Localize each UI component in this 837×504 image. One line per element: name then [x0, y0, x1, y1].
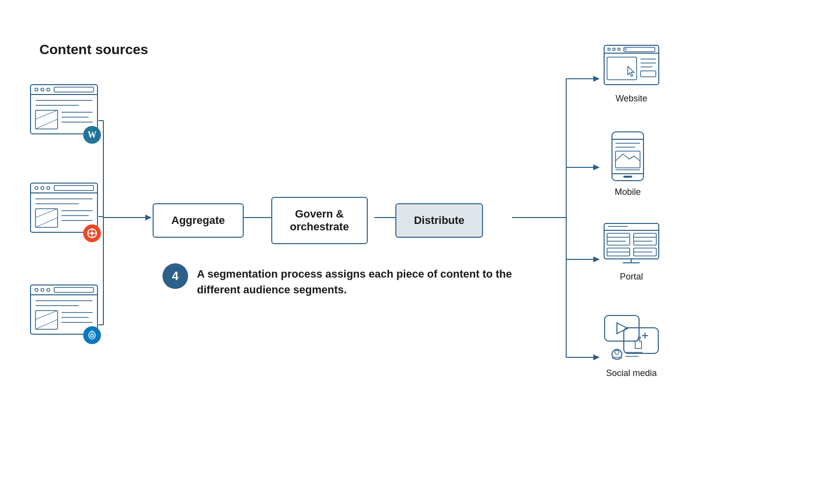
svg-point-112 — [615, 350, 619, 354]
svg-rect-59 — [54, 287, 94, 292]
svg-point-57 — [41, 288, 44, 291]
mobile-icon — [611, 130, 645, 182]
website-icon — [603, 44, 660, 89]
svg-marker-17 — [593, 256, 600, 262]
svg-rect-25 — [54, 87, 94, 92]
page-title: Content sources — [39, 42, 148, 58]
source-wordpress: W — [30, 84, 98, 140]
govern-box: Govern &orchestrate — [271, 197, 368, 244]
svg-rect-42 — [35, 209, 58, 227]
svg-point-72 — [608, 48, 611, 51]
annotation: 4 A segmentation process assigns each pi… — [162, 263, 512, 298]
dist-website: Website — [603, 44, 660, 104]
svg-point-36 — [35, 187, 38, 189]
svg-rect-88 — [615, 151, 640, 168]
svg-point-38 — [47, 187, 50, 189]
source-magento — [30, 182, 98, 238]
annotation-badge: 4 — [162, 263, 188, 289]
svg-point-56 — [35, 288, 38, 291]
svg-line-44 — [35, 218, 58, 227]
svg-point-73 — [613, 48, 615, 51]
svg-point-24 — [47, 88, 50, 91]
svg-point-58 — [47, 288, 50, 291]
svg-marker-19 — [593, 354, 600, 360]
svg-point-37 — [41, 187, 44, 189]
svg-marker-13 — [593, 76, 600, 82]
svg-line-30 — [35, 119, 58, 129]
distribute-box: Distribute — [395, 203, 483, 238]
svg-marker-15 — [593, 164, 600, 170]
mobile-label: Mobile — [614, 187, 641, 197]
svg-rect-70 — [604, 45, 659, 85]
svg-rect-62 — [35, 311, 58, 329]
svg-line-63 — [35, 311, 58, 319]
svg-marker-78 — [628, 66, 634, 76]
svg-point-74 — [618, 48, 620, 51]
svg-rect-75 — [624, 47, 655, 52]
social-media-label: Social media — [606, 368, 657, 378]
wordpress-badge: W — [83, 126, 101, 144]
svg-line-43 — [35, 209, 58, 218]
annotation-text: A segmentation process assigns each piec… — [197, 263, 512, 298]
drupal-badge — [83, 326, 101, 344]
svg-point-68 — [91, 334, 94, 337]
svg-rect-39 — [54, 186, 94, 190]
connectors-svg — [0, 0, 837, 504]
svg-rect-28 — [35, 110, 58, 129]
dist-portal: Portal — [603, 222, 660, 282]
svg-rect-97 — [634, 233, 656, 245]
social-media-icon — [603, 314, 660, 363]
website-label: Website — [615, 94, 647, 104]
svg-point-22 — [35, 88, 38, 91]
svg-marker-5 — [145, 215, 152, 220]
portal-icon — [603, 222, 660, 267]
svg-line-64 — [35, 319, 58, 329]
magento-badge — [83, 224, 101, 242]
svg-point-23 — [41, 88, 44, 91]
source-drupal — [30, 284, 98, 340]
process-flow: Aggregate Govern &orchestrate Distribute — [153, 197, 483, 244]
svg-point-76 — [625, 48, 627, 50]
aggregate-box: Aggregate — [153, 203, 244, 238]
svg-rect-90 — [623, 176, 632, 178]
svg-rect-82 — [641, 71, 656, 77]
svg-point-49 — [91, 232, 94, 235]
svg-rect-94 — [607, 233, 630, 245]
svg-line-29 — [35, 110, 58, 119]
dist-social-media: Social media — [603, 314, 660, 378]
dist-mobile: Mobile — [611, 130, 645, 197]
portal-label: Portal — [620, 272, 643, 282]
